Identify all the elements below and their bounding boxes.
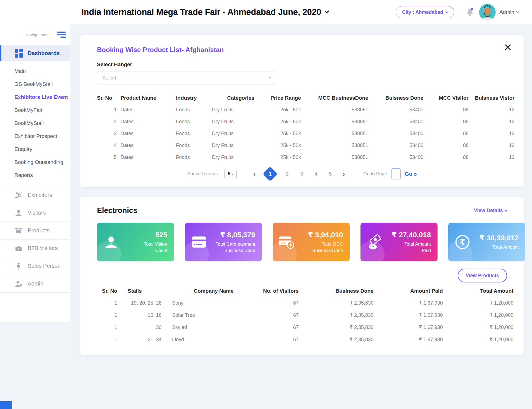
column-header: Industry <box>176 92 212 104</box>
electronics-companies-table: Sr. NoStallsCompany NameNo. of VisitorsB… <box>97 285 513 346</box>
table-row: 130 Skyled67 ₹ 2,35,830₹ 1,67,930 ₹ 1,20… <box>97 321 513 333</box>
booking-products-table: Sr. NoProduct NameIndustryCategoriesPric… <box>97 92 515 163</box>
go-to-page-label: Go to Page <box>363 171 387 177</box>
sidebar-item-exhibitors[interactable]: Exhibitors <box>0 186 70 204</box>
user-menu[interactable]: Admin <box>499 9 518 15</box>
sidebar-subitem[interactable]: Exhibitors Live Event <box>0 91 70 104</box>
stat-card-total-card-payment: ₹ 8,05,379 Total Card payment Business D… <box>185 223 262 261</box>
hanger-select-value: Select <box>102 75 116 81</box>
stat-value: ₹ 27,40,018 <box>387 231 431 239</box>
sidebar-subitem[interactable]: GS BookMyStall <box>0 78 70 91</box>
rupee-circle-icon: ₹ <box>454 234 470 250</box>
electronics-card: Electronics View Details » 525 Total Vis… <box>80 197 524 355</box>
booking-card: Booking Wise Product List- Afghanistan S… <box>80 35 524 187</box>
booking-card-title: Booking Wise Product List- Afghanistan <box>97 46 507 54</box>
notification-badge <box>471 8 473 10</box>
sidebar-subitem[interactable]: BookMyFair <box>0 104 70 117</box>
sidebar-item-admin[interactable]: Admin <box>0 275 70 293</box>
select-chevron-down-icon <box>269 76 272 79</box>
navigations-label: Navigations <box>25 32 47 37</box>
city-chevron-down-icon <box>446 10 448 13</box>
sidebar-subitem[interactable]: Main <box>0 65 70 78</box>
page-button[interactable]: 3 <box>299 171 304 177</box>
page-size-chevron-icon <box>231 173 233 174</box>
go-button[interactable]: Go » <box>405 171 417 177</box>
hanger-select[interactable]: Select <box>97 71 276 84</box>
column-header: Product Name <box>121 92 176 104</box>
page-title-text: India International Mega Trade Fair - Ah… <box>81 7 321 17</box>
dashboards-subnav: Main GS BookMyStall Exhibitors Live Even… <box>0 61 70 186</box>
page-size-select[interactable]: 5 <box>224 169 237 179</box>
svg-text:₹: ₹ <box>460 238 465 246</box>
stat-card-total-visitor-count: 525 Total Visitor Count <box>97 223 174 261</box>
page-button[interactable]: 1 <box>263 166 278 181</box>
title-chevron-down-icon <box>324 9 329 14</box>
column-header: Price Range <box>254 92 301 104</box>
sidebar-subitem[interactable]: Reports <box>0 169 70 182</box>
avatar[interactable] <box>479 4 496 20</box>
pagination: Show Records : 5 ‹ 1 2 3 4 <box>97 168 507 179</box>
credit-card-icon <box>191 234 207 250</box>
close-icon <box>504 43 512 52</box>
stat-card-total-amount-paid: ₹ 27,40,018 Total Amount Paid <box>360 223 438 261</box>
sidebar-subitem[interactable]: Booking Outstanding <box>0 156 70 169</box>
stat-value: ₹ 3,94,010 <box>299 231 343 239</box>
sidebar-item-label: Products <box>28 227 50 234</box>
column-header: No. of Visitors <box>234 285 299 297</box>
view-details-link[interactable]: View Details » <box>474 208 507 213</box>
sidebar-subitem[interactable]: Enquiry <box>0 143 70 156</box>
column-header: Company Name <box>162 285 234 297</box>
column-header: Business Done <box>299 285 374 297</box>
next-page-button[interactable]: › <box>341 170 346 178</box>
go-to-page-input[interactable] <box>391 168 401 179</box>
sidebar-subitem[interactable]: BookMyStall <box>0 117 70 130</box>
page-title[interactable]: India International Mega Trade Fair - Ah… <box>81 7 328 17</box>
table-row: 121, 34 Lloyd67 ₹ 2,35,830₹ 1,67,930 ₹ 1… <box>97 333 513 346</box>
sidebar-item-visitors[interactable]: Visitors <box>0 204 70 222</box>
table-row: 119, 20, 25, 26 Sony67 ₹ 2,35,830₹ 1,67,… <box>97 297 513 309</box>
sidebar-subitem[interactable]: Exhibitor Prospect <box>0 130 70 143</box>
sidebar-item-dashboards[interactable]: Dashboards <box>0 45 70 61</box>
sidebar-item-products[interactable]: Products <box>0 222 70 240</box>
table-row: 1Dates FoodsDry Fruits 25k - 50k538051 5… <box>97 104 515 116</box>
b2b-visitors-icon <box>14 244 23 253</box>
avatar-image <box>479 4 496 20</box>
stat-card-total-mcc-business: $ ₹ 3,94,010 Total MCC Business Done <box>273 223 350 261</box>
column-header: MCC Visitor <box>423 92 469 104</box>
sidebar: Navigations Dashboards Main GS BookMySta… <box>0 24 70 322</box>
sidebar-item-label: B2B Visitors <box>28 245 58 251</box>
show-records-label: Show Records : <box>187 171 221 177</box>
stat-label: Total Amount Paid <box>387 241 431 253</box>
user-name: Admin <box>499 9 514 15</box>
select-hanger-label: Select Hanger <box>97 61 507 68</box>
floating-corner-button[interactable] <box>0 401 12 409</box>
products-icon <box>14 227 23 235</box>
table-header-row: Sr. NoProduct NameIndustryCategoriesPric… <box>97 92 515 104</box>
page-button[interactable]: 4 <box>313 171 319 177</box>
stat-value: 525 <box>123 231 167 239</box>
column-header: Stalls <box>117 285 162 297</box>
sidebar-item-b2b-visitors[interactable]: B2B Visitors <box>0 240 70 257</box>
prev-page-button[interactable]: ‹ <box>252 170 257 178</box>
app-header: India International Mega Trade Fair - Ah… <box>0 0 532 24</box>
city-selector-button[interactable]: City : Ahmedabad <box>396 6 454 18</box>
sidebar-item-sales-person[interactable]: Sales Person <box>0 257 70 275</box>
stat-label: Total Visitor Count <box>123 241 167 253</box>
visitor-icon <box>103 234 119 250</box>
visitors-icon <box>14 209 23 217</box>
close-button[interactable] <box>504 43 512 52</box>
page-button[interactable]: 5 <box>328 171 333 177</box>
sidebar-item-label: Visitors <box>28 210 46 216</box>
admin-icon <box>14 280 23 288</box>
exhibitors-icon <box>14 191 23 199</box>
stat-label: Total MCC Business Done <box>299 241 343 253</box>
view-products-button[interactable]: View Products <box>458 269 507 282</box>
bell-icon <box>466 7 474 17</box>
stat-cards: 525 Total Visitor Count ₹ 8,05,379 Total… <box>97 223 507 261</box>
page-buttons: 1 2 3 4 5 <box>265 169 333 179</box>
column-header: Total Amount <box>443 285 513 297</box>
hand-money-icon <box>367 234 383 250</box>
page-button[interactable]: 2 <box>284 171 290 177</box>
hamburger-menu-icon[interactable] <box>57 32 66 38</box>
notifications-button[interactable] <box>466 7 474 17</box>
